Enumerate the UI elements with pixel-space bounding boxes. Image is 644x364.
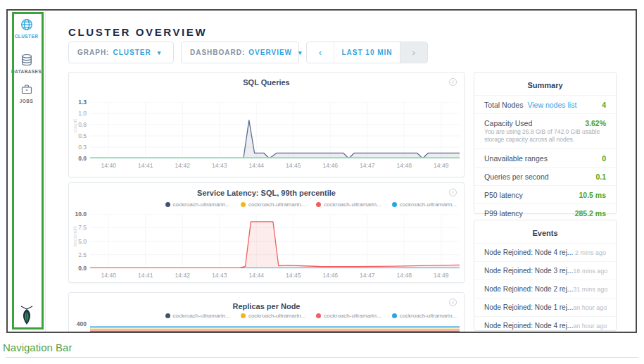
x-tick-label: 14:49 (434, 162, 448, 169)
summary-row-unavailable-ranges: Unavailable ranges 0 (474, 149, 616, 167)
summary-value: 0.1 (595, 172, 606, 181)
databases-icon (8, 53, 45, 67)
sidebar-item-label: DATABASES (8, 69, 45, 74)
legend-item[interactable]: cockroach-ultramarin... (392, 201, 457, 208)
sidebar-item-label: JOBS (8, 99, 45, 103)
legend-item[interactable]: cockroach-ultramarin... (316, 313, 381, 319)
chart-title: Service Latency: SQL, 99th percentile (69, 189, 464, 197)
x-tick-label: 14:43 (212, 272, 227, 279)
x-tick-label: 14:40 (101, 162, 116, 169)
summary-panel: Summary Total Nodes View nodes list 4 Ca… (474, 72, 617, 214)
x-tick-label: 14:47 (360, 162, 374, 169)
admin-ui-window: CLUSTER DATABASES JOBS (6, 9, 637, 333)
legend-item[interactable]: cockroach-ultramarin... (392, 313, 457, 319)
chart-title: Replicas per Node (69, 302, 464, 310)
chevron-left-icon: ‹ (319, 47, 322, 58)
summary-title: Summary (474, 81, 616, 89)
x-tick-label: 14:43 (212, 162, 227, 169)
graph-dropdown[interactable]: GRAPH: CLUSTER ▾ (68, 42, 174, 63)
jobs-icon (8, 82, 45, 96)
summary-value: 3.62% (585, 119, 606, 127)
info-icon[interactable]: i (449, 189, 457, 196)
event-text: Node Rejoined: Node 4 rej... (484, 322, 573, 330)
globe-icon (8, 18, 45, 32)
summary-label: Unavailable ranges (484, 154, 548, 163)
sidebar-item-cluster[interactable]: CLUSTER (8, 18, 45, 39)
cockroachdb-logo[interactable] (8, 306, 45, 328)
time-prev-button[interactable]: ‹ (307, 42, 334, 63)
navigation-bar: CLUSTER DATABASES JOBS (8, 11, 46, 332)
events-title: Events (474, 229, 616, 237)
legend-label: cockroach-ultramarin... (248, 201, 305, 208)
x-tick-label: 14:48 (397, 162, 412, 169)
dashboard-dropdown[interactable]: DASHBOARD: OVERVIEW ▾ (181, 42, 299, 63)
y-tick-label: 400 (69, 320, 87, 327)
legend-item[interactable]: cockroach-ultramarin... (241, 313, 305, 319)
legend-dot-icon (316, 202, 321, 207)
legend-label: cockroach-ultramarin... (324, 201, 381, 208)
x-tick-label: 14:47 (360, 272, 374, 279)
event-text: Node Rejoined: Node 1 rej... (484, 303, 573, 311)
y-tick-label: 1.3 (69, 99, 87, 106)
x-tick-label: 14:49 (434, 272, 448, 279)
page-title: CLUSTER OVERVIEW (68, 26, 207, 38)
legend-item[interactable]: cockroach-ultramarin... (165, 201, 230, 208)
dashboard-dropdown-value: OVERVIEW (248, 49, 292, 56)
summary-label: Total Nodes (484, 101, 523, 109)
event-time: 2 mins ago (575, 249, 606, 256)
summary-label: Queries per second (484, 172, 549, 181)
annotation-caption: Navigation Bar (3, 341, 72, 353)
sql-queries-plot (90, 102, 460, 158)
legend-item[interactable]: cockroach-ultramarin... (165, 313, 230, 319)
chevron-right-icon: › (412, 47, 415, 58)
summary-value: 4 (602, 101, 606, 109)
replicas-per-node-plot (90, 324, 460, 333)
legend-dot-icon (165, 313, 170, 318)
event-row: Node Rejoined: Node 3 rej... 18 mins ago (474, 261, 616, 280)
summary-label: P50 latency (484, 191, 523, 199)
legend-label: cockroach-ultramarin... (324, 313, 381, 319)
legend-item[interactable]: cockroach-ultramarin... (316, 201, 381, 208)
legend-dot-icon (165, 202, 170, 207)
x-tick-label: 14:41 (138, 162, 153, 169)
x-tick-label: 14:45 (286, 162, 301, 169)
summary-value: 0 (602, 154, 606, 163)
event-time: an hour ago (573, 304, 607, 311)
event-time: an hour ago (573, 322, 607, 330)
y-tick-label: 0.0 (69, 155, 87, 162)
legend-label: cockroach-ultramarin... (248, 313, 305, 319)
dashboard-dropdown-label: DASHBOARD: (190, 49, 245, 56)
summary-value: 285.2 ms (575, 209, 606, 218)
sidebar-item-databases[interactable]: DATABASES (8, 53, 45, 74)
legend-dot-icon (241, 202, 246, 207)
event-row: Node Rejoined: Node 4 rej... an hour ago (474, 316, 616, 333)
y-tick-label: 10.0 (69, 211, 87, 218)
summary-row-qps: Queries per second 0.1 (474, 167, 616, 185)
event-text: Node Rejoined: Node 2 rej... (484, 285, 573, 293)
chart-service-latency: Service Latency: SQL, 99th percentile i … (68, 182, 465, 283)
chevron-down-icon: ▾ (298, 49, 303, 56)
event-time: 18 mins ago (573, 268, 607, 275)
info-icon[interactable]: i (449, 78, 457, 86)
summary-label: Capacity Used (484, 119, 532, 127)
legend-label: cockroach-ultramarin... (400, 313, 457, 319)
legend-item[interactable]: cockroach-ultramarin... (241, 201, 305, 208)
summary-row-p50: P50 latency 10.5 ms (474, 185, 616, 203)
legend-dot-icon (392, 313, 397, 318)
info-icon[interactable]: i (449, 299, 457, 306)
legend-label: cockroach-ultramarin... (173, 313, 230, 319)
chevron-down-icon: ▾ (158, 49, 162, 56)
y-tick-label: 5.0 (69, 238, 87, 245)
time-next-button[interactable]: › (400, 42, 427, 63)
chart-replicas-per-node: Replicas per Node i cockroach-ultramarin… (68, 292, 465, 333)
view-nodes-list-link[interactable]: View nodes list (527, 101, 576, 109)
chart-title: SQL Queries (69, 78, 464, 87)
x-tick-label: 14:48 (397, 272, 412, 279)
chart-legend: cockroach-ultramarin...cockroach-ultrama… (165, 313, 457, 319)
event-time: 31 mins ago (573, 286, 607, 293)
event-row: Node Rejoined: Node 2 rej... 31 mins ago (474, 280, 616, 298)
chart-sql-queries: SQL Queries i count 1.31.00.80.50.30.0 1… (68, 72, 465, 177)
sidebar-item-jobs[interactable]: JOBS (8, 82, 45, 103)
page-divider (6, 357, 638, 358)
y-tick-label: 0.5 (69, 132, 87, 139)
